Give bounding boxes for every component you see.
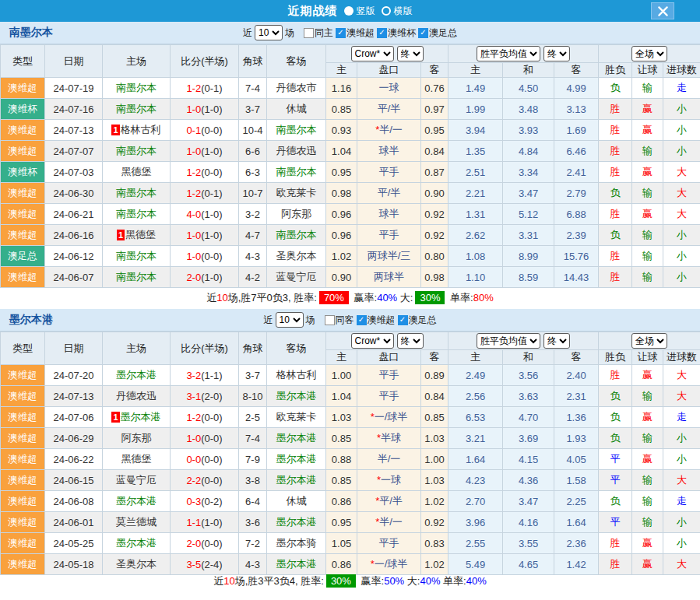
league-filter-checkbox[interactable]: ✓澳足总 [398,314,437,327]
fulltime-score: 4-0 [186,209,201,220]
sub-header-6: 胜负 [599,350,632,365]
checkbox-icon[interactable]: ✓ [398,315,408,325]
corner-score: 3-2 [239,204,267,225]
euro-away-odds: 1.64 [554,512,599,533]
halftime-score: (1-0) [201,517,222,528]
asian-stage-select[interactable]: 终 [397,46,424,61]
handicap-line: 平手 [379,229,399,240]
asian-home-odds: 0.98 [326,183,357,204]
same-venue-checkbox[interactable]: 同主 [304,26,333,40]
home-team-name: 南墨尔本 [116,103,157,114]
match-date: 24-07-06 [45,407,103,428]
asian-away-odds: 0.92 [421,225,448,246]
away-team-name: 墨尔本港 [276,432,317,444]
euro-company-select[interactable]: 胜平负均值 [477,333,540,349]
league-filter-label: 澳足总 [409,314,437,327]
euro-company-select[interactable]: 胜平负均值 [477,46,540,61]
corner-score: 7-4 [239,78,267,99]
asian-handicap: *半球 [357,428,421,449]
halftime-score: (1-0) [201,104,222,115]
asian-company-select[interactable]: Crow* [351,46,394,61]
league-badge: 澳维超 [1,120,45,141]
league-badge: 澳维超 [1,470,45,491]
away-team: 休城 [267,99,326,120]
match-row: 澳维超24-06-22黑德堡0-0(0-0)7-9墨尔本港0.88半/一1.00… [1,449,700,470]
asian-handicap: *半/一 [357,120,421,141]
euro-draw-odds: 3.31 [503,225,554,246]
result-handicap: 输 [632,491,663,512]
league-filter-checkbox[interactable]: ✓澳维杯 [377,26,416,40]
radio-vertical-label: 竖版 [357,5,375,18]
summary-record: 场,胜7平0负3, 胜率: [228,292,317,304]
same-venue-checkbox[interactable]: 同客 [325,314,354,327]
league-badge: 澳维超 [1,386,45,407]
checkbox-icon[interactable]: ✓ [418,28,428,38]
league-badge: 澳维超 [1,365,45,386]
fulltime-score: 2-2 [186,475,201,486]
euro-home-odds: 2.56 [448,386,503,407]
euro-home-odds: 3.96 [448,512,503,533]
away-team: 格林古利 [267,365,326,386]
checkbox-icon[interactable] [304,28,314,38]
checkbox-icon[interactable]: ✓ [357,315,367,325]
summary-line-1: 近10场,胜7平0负3, 胜率:70% 赢率:40% 大:30% 单率:80% [0,288,700,309]
fulltime-score: 1-0 [186,251,201,262]
match-date: 24-06-12 [45,246,103,267]
league-filter-checkbox[interactable]: ✓澳维超 [336,26,375,40]
summary-stat-label: 赢率: [358,575,384,587]
home-team: 黑德堡 [103,162,171,183]
radio-selected-icon [344,6,354,16]
radio-unselected-icon [382,6,391,16]
euro-odds-group: 胜平负均值终 [448,332,599,350]
euro-away-odds: 1.69 [554,120,599,141]
checkbox-icon[interactable] [325,315,335,325]
scope-select[interactable]: 全场 [631,46,667,61]
checkbox-icon[interactable]: ✓ [336,28,346,38]
asian-away-odds: 0.90 [421,183,448,204]
halftime-score: (1-1) [201,370,222,381]
close-button[interactable] [651,2,674,19]
result-handicap: 赢 [632,120,663,141]
away-team: 南墨尔本 [267,225,326,246]
scope-select[interactable]: 全场 [631,333,667,349]
euro-stage-select[interactable]: 终 [543,46,570,61]
asian-away-odds: 0.84 [421,386,448,407]
league-badge: 澳维超 [1,183,45,204]
checkbox-icon[interactable]: ✓ [377,28,387,38]
asian-handicap: 球半 [357,204,421,225]
match-date: 24-06-21 [45,204,103,225]
recent-count-select[interactable]: 10 [276,312,304,328]
layout-radio-vertical[interactable]: 竖版 [344,5,375,18]
league-filter-checkbox[interactable]: ✓澳足总 [418,26,457,40]
result-goals: 大 [663,470,700,491]
result-outcome: 负 [599,183,632,204]
result-outcome: 负 [599,225,632,246]
euro-draw-odds: 4.50 [503,78,554,99]
score: 0-0(0-0) [171,449,239,470]
result-goals: 小 [663,449,700,470]
asian-home-odds: 0.96 [326,225,357,246]
corner-score: 4-2 [239,267,267,288]
asian-company-select[interactable]: Crow* [351,333,394,349]
result-goals: 大 [663,162,700,183]
euro-home-odds: 2.62 [448,225,503,246]
corner-score: 8-10 [239,386,267,407]
league-filter-checkbox[interactable]: ✓澳维超 [357,314,396,327]
halftime-score: (0-0) [201,125,222,136]
summary-stat-value: 40% [420,575,440,587]
home-team-name: 南墨尔本 [116,271,157,282]
sub-header-6: 胜负 [599,63,632,78]
recent-count-select[interactable]: 10 [255,25,283,40]
asian-handicap: *一/球半 [357,554,421,575]
asian-stage-select[interactable]: 终 [397,333,424,349]
matches-table-1: 类型日期主场比分(半场)角球客场Crow*终胜平负均值终全场主盘口客主和客胜负让… [0,44,700,288]
asian-home-odds: 1.04 [326,141,357,162]
fulltime-score: 1-2 [186,188,201,199]
first-match-badge: 1 [111,125,119,135]
euro-home-odds: 4.23 [448,470,503,491]
euro-stage-select[interactable]: 终 [543,333,570,349]
home-team-name: 墨尔本港 [121,411,161,423]
layout-radio-horizontal[interactable]: 横版 [382,5,413,18]
result-outcome: 平 [599,512,632,533]
handicap-line: 平/半 [378,103,401,114]
